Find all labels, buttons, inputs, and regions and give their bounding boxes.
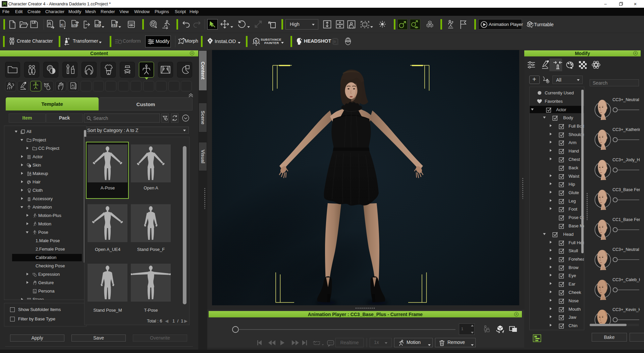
svg-text:USD: USD: [72, 24, 78, 27]
svg-text:FBX: FBX: [112, 24, 118, 27]
svg-text:OBJ: OBJ: [95, 24, 101, 27]
svg-text:S: S: [255, 39, 257, 43]
svg-text:D: D: [334, 40, 336, 43]
svg-text:IC: IC: [61, 23, 64, 27]
